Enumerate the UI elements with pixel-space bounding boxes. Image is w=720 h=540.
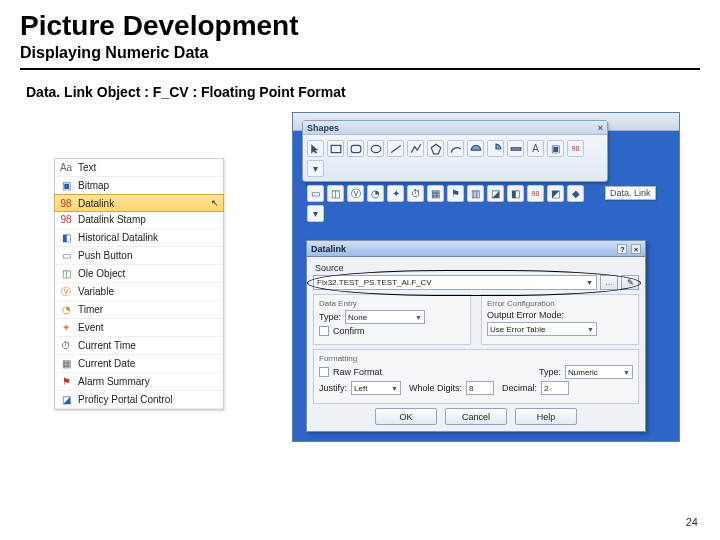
palette-item-portal[interactable]: ◪Proficy Portal Control — [55, 391, 223, 409]
svg-rect-0 — [331, 145, 341, 152]
variable-icon[interactable]: Ⓥ — [347, 185, 364, 202]
palette-item-text[interactable]: AaText — [55, 159, 223, 177]
palette-item-current-date[interactable]: ▦Current Date — [55, 355, 223, 373]
rounded-rect-icon[interactable] — [347, 140, 364, 157]
raw-format-label: Raw Format — [333, 367, 382, 377]
date-icon[interactable]: ▦ — [427, 185, 444, 202]
type-label: Type: — [319, 312, 341, 322]
arc-icon[interactable] — [447, 140, 464, 157]
window-buttons: ? × — [616, 244, 641, 254]
palette-item-label: Event — [78, 322, 104, 333]
whole-digits-input[interactable]: 8 — [466, 381, 494, 395]
palette-item-event[interactable]: ✦Event — [55, 319, 223, 337]
justify-label: Justify: — [319, 383, 347, 393]
dropdown-icon[interactable]: ▾ — [307, 205, 324, 222]
date-icon: ▦ — [59, 357, 73, 371]
more-icon[interactable]: ▾ — [307, 160, 324, 177]
close-icon[interactable]: × — [598, 123, 603, 133]
stamp-icon[interactable]: 98 — [527, 185, 544, 202]
error-mode-label: Output Error Mode: — [487, 310, 564, 320]
chevron-down-icon: ▼ — [623, 369, 630, 376]
time-icon: ⏱ — [59, 339, 73, 353]
whole-digits-value: 8 — [469, 384, 473, 393]
formatting-header: Formatting — [319, 354, 633, 363]
pie-icon[interactable] — [487, 140, 504, 157]
pipe-icon[interactable] — [507, 140, 524, 157]
palette-item-datalink[interactable]: 98Datalink↖ — [54, 194, 224, 212]
chevron-down-icon[interactable]: ▼ — [586, 276, 593, 290]
ole-icon: ◫ — [59, 267, 73, 281]
type-select[interactable]: None▼ — [345, 310, 425, 324]
palette-item-variable[interactable]: ⓋVariable — [55, 283, 223, 301]
page-number: 24 — [686, 516, 698, 528]
palette-item-label: Variable — [78, 286, 114, 297]
palette-item-label: Datalink — [78, 198, 114, 209]
decimal-input[interactable]: 2 — [541, 381, 569, 395]
palette-item-label: Proficy Portal Control — [78, 394, 172, 405]
palette-item-label: Datalink Stamp — [78, 214, 146, 225]
event-icon[interactable]: ✦ — [387, 185, 404, 202]
oval-icon[interactable] — [367, 140, 384, 157]
type-value: None — [348, 313, 367, 322]
close-icon[interactable]: × — [631, 244, 641, 254]
polygon-icon[interactable] — [427, 140, 444, 157]
datalink-icon[interactable]: 98 — [567, 140, 584, 157]
cancel-button[interactable]: Cancel — [445, 408, 507, 425]
dialog-title: Datalink — [311, 244, 346, 254]
help-icon[interactable]: ? — [617, 244, 627, 254]
portal-icon: ◪ — [59, 393, 73, 407]
cursor-icon: ↖ — [211, 198, 219, 208]
portal-icon[interactable]: ◪ — [487, 185, 504, 202]
ole-icon[interactable]: ◫ — [327, 185, 344, 202]
chevron-down-icon: ▼ — [391, 385, 398, 392]
bitmap-icon[interactable]: ▣ — [547, 140, 564, 157]
text-icon[interactable]: A — [527, 140, 544, 157]
format-type-select[interactable]: Numeric▼ — [565, 365, 633, 379]
timer-icon[interactable]: ◔ — [367, 185, 384, 202]
format-type-label: Type: — [539, 367, 561, 377]
historical-icon: ◧ — [59, 231, 73, 245]
historical-icon[interactable]: ◧ — [507, 185, 524, 202]
source-input[interactable]: Fix32.TEST_PS.TEST_AI.F_CV ▼ — [313, 275, 597, 290]
palette-item-current-time[interactable]: ⏱Current Time — [55, 337, 223, 355]
help-button[interactable]: Help — [515, 408, 577, 425]
pushbutton-icon: ▭ — [59, 249, 73, 263]
pointer-icon[interactable] — [307, 140, 324, 157]
palette-item-label: Text — [78, 162, 96, 173]
palette-item-label: Historical Datalink — [78, 232, 158, 243]
whole-digits-label: Whole Digits: — [409, 383, 462, 393]
browse-button[interactable]: … — [600, 275, 618, 290]
palette-item-pushbutton[interactable]: ▭Push Button — [55, 247, 223, 265]
confirm-checkbox[interactable] — [319, 326, 329, 336]
timer-icon: ◔ — [59, 303, 73, 317]
palette-item-ole[interactable]: ◫Ole Object — [55, 265, 223, 283]
button-icon[interactable]: ▭ — [307, 185, 324, 202]
palette-item-label: Push Button — [78, 250, 132, 261]
time-icon[interactable]: ⏱ — [407, 185, 424, 202]
raw-format-checkbox[interactable] — [319, 367, 329, 377]
palette-item-timer[interactable]: ◔Timer — [55, 301, 223, 319]
palette-item-datalink-stamp[interactable]: 98Datalink Stamp — [55, 211, 223, 229]
datalink-dialog: Datalink ? × Source Fix32.TEST_PS.TEST_A… — [306, 240, 646, 432]
palette-item-bitmap[interactable]: ▣Bitmap — [55, 177, 223, 195]
tool-b-icon[interactable]: ◆ — [567, 185, 584, 202]
chart-icon[interactable]: ▥ — [467, 185, 484, 202]
line-icon[interactable] — [387, 140, 404, 157]
alarm-icon[interactable]: ⚑ — [447, 185, 464, 202]
data-entry-header: Data Entry — [319, 299, 465, 308]
justify-value: Left — [354, 384, 367, 393]
palette-item-label: Current Time — [78, 340, 136, 351]
bitmap-icon: ▣ — [59, 179, 73, 193]
justify-select[interactable]: Left▼ — [351, 381, 401, 395]
divider — [20, 68, 700, 70]
edit-button[interactable]: ✎ — [621, 275, 639, 290]
palette-item-historical[interactable]: ◧Historical Datalink — [55, 229, 223, 247]
chord-icon[interactable] — [467, 140, 484, 157]
error-mode-select[interactable]: Use Error Table▼ — [487, 322, 597, 336]
page-subtitle: Displaying Numeric Data — [20, 44, 700, 62]
rectangle-icon[interactable] — [327, 140, 344, 157]
ok-button[interactable]: OK — [375, 408, 437, 425]
palette-item-alarm[interactable]: ⚑Alarm Summary — [55, 373, 223, 391]
tool-a-icon[interactable]: ◩ — [547, 185, 564, 202]
polyline-icon[interactable] — [407, 140, 424, 157]
